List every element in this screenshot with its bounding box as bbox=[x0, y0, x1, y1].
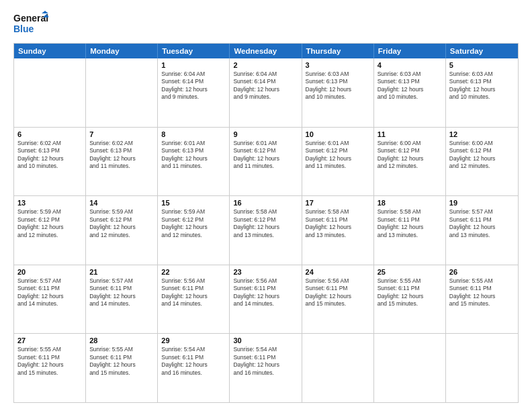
cell-line: Sunrise: 5:56 AM bbox=[233, 277, 298, 285]
cell-line: and 15 minutes. bbox=[449, 300, 515, 308]
day-cell-3: 3Sunrise: 6:03 AMSunset: 6:13 PMDaylight… bbox=[302, 58, 374, 127]
cell-line: Sunrise: 5:55 AM bbox=[89, 346, 154, 353]
cell-line: Sunrise: 6:04 AM bbox=[233, 71, 298, 78]
calendar-week-4: 20Sunrise: 5:57 AMSunset: 6:11 PMDayligh… bbox=[14, 265, 518, 334]
cell-line: and 10 minutes. bbox=[449, 93, 515, 101]
cell-line: Sunset: 6:11 PM bbox=[89, 285, 154, 292]
cell-line: and 12 minutes. bbox=[89, 232, 154, 239]
cell-line: Daylight: 12 hours bbox=[306, 224, 370, 231]
cell-line: Sunrise: 5:58 AM bbox=[306, 208, 370, 216]
day-number: 11 bbox=[378, 130, 442, 138]
day-cell-1: 1Sunrise: 6:04 AMSunset: 6:14 PMDaylight… bbox=[158, 58, 230, 127]
day-number: 27 bbox=[17, 336, 82, 345]
cell-line: Sunrise: 5:57 AM bbox=[449, 208, 515, 216]
day-number: 7 bbox=[89, 130, 154, 138]
cell-line: Sunrise: 6:01 AM bbox=[233, 140, 298, 147]
cell-line: Daylight: 12 hours bbox=[233, 224, 298, 231]
cell-line: Sunrise: 5:54 AM bbox=[233, 346, 298, 353]
cell-line: Daylight: 12 hours bbox=[161, 155, 226, 163]
cell-line: Sunset: 6:12 PM bbox=[306, 147, 370, 154]
day-cell-23: 23Sunrise: 5:56 AMSunset: 6:11 PMDayligh… bbox=[230, 265, 302, 334]
day-cell-6: 6Sunrise: 6:02 AMSunset: 6:13 PMDaylight… bbox=[14, 128, 86, 196]
day-cell-8: 8Sunrise: 6:01 AMSunset: 6:13 PMDaylight… bbox=[158, 128, 230, 196]
cell-line: Sunset: 6:13 PM bbox=[449, 78, 515, 85]
cell-line: and 13 minutes. bbox=[233, 232, 298, 239]
cell-line: and 14 minutes. bbox=[17, 300, 82, 308]
cell-line: Sunset: 6:11 PM bbox=[17, 354, 82, 361]
cell-line: and 13 minutes. bbox=[306, 232, 370, 239]
day-number: 10 bbox=[306, 130, 370, 138]
day-number: 9 bbox=[233, 130, 298, 138]
cell-line: Daylight: 12 hours bbox=[89, 361, 154, 369]
cell-line: and 14 minutes. bbox=[161, 300, 226, 308]
cell-line: and 16 minutes. bbox=[161, 369, 226, 377]
day-cell-21: 21Sunrise: 5:57 AMSunset: 6:11 PMDayligh… bbox=[86, 265, 158, 334]
day-cell-4: 4Sunrise: 6:03 AMSunset: 6:13 PMDaylight… bbox=[374, 58, 446, 127]
cell-line: Daylight: 12 hours bbox=[161, 86, 226, 93]
cell-line: Sunset: 6:11 PM bbox=[17, 285, 82, 292]
day-cell-2: 2Sunrise: 6:04 AMSunset: 6:14 PMDaylight… bbox=[230, 58, 302, 127]
cell-line: Daylight: 12 hours bbox=[378, 155, 442, 163]
day-cell-22: 22Sunrise: 5:56 AMSunset: 6:11 PMDayligh… bbox=[158, 265, 230, 334]
cell-line: and 16 minutes. bbox=[233, 369, 298, 377]
cell-line: and 15 minutes. bbox=[378, 300, 442, 308]
cell-line: Sunrise: 6:03 AM bbox=[306, 71, 370, 78]
day-cell-26: 26Sunrise: 5:55 AMSunset: 6:11 PMDayligh… bbox=[446, 265, 518, 334]
calendar-header-row: SundayMondayTuesdayWednesdayThursdayFrid… bbox=[14, 44, 518, 58]
cell-line: Sunrise: 6:00 AM bbox=[378, 140, 442, 147]
cell-line: Daylight: 12 hours bbox=[17, 361, 82, 369]
cell-line: Sunrise: 6:04 AM bbox=[161, 71, 226, 78]
calendar-week-5: 27Sunrise: 5:55 AMSunset: 6:11 PMDayligh… bbox=[14, 334, 518, 402]
day-number: 20 bbox=[17, 268, 82, 276]
day-number: 18 bbox=[378, 199, 442, 207]
calendar-week-3: 13Sunrise: 5:59 AMSunset: 6:12 PMDayligh… bbox=[14, 196, 518, 265]
cell-line: Sunrise: 5:57 AM bbox=[17, 277, 82, 285]
cell-line: Sunset: 6:11 PM bbox=[449, 285, 515, 292]
cell-line: and 14 minutes. bbox=[89, 300, 154, 308]
day-cell-13: 13Sunrise: 5:59 AMSunset: 6:12 PMDayligh… bbox=[14, 196, 86, 265]
cell-line: Sunrise: 5:55 AM bbox=[449, 277, 515, 285]
day-number: 5 bbox=[449, 61, 515, 69]
cell-line: Daylight: 12 hours bbox=[233, 361, 298, 369]
day-cell-28: 28Sunrise: 5:55 AMSunset: 6:11 PMDayligh… bbox=[86, 334, 158, 402]
day-cell-12: 12Sunrise: 6:00 AMSunset: 6:12 PMDayligh… bbox=[446, 128, 518, 196]
cell-line: Sunrise: 5:57 AM bbox=[89, 277, 154, 285]
cell-line: Sunrise: 5:55 AM bbox=[378, 277, 442, 285]
day-number: 24 bbox=[306, 268, 370, 276]
cell-line: and 13 minutes. bbox=[378, 232, 442, 239]
cell-line: Sunset: 6:11 PM bbox=[161, 354, 226, 361]
cell-line: and 10 minutes. bbox=[306, 93, 370, 101]
empty-cell bbox=[86, 58, 158, 127]
svg-text:General: General bbox=[13, 13, 48, 24]
cell-line: Sunrise: 5:59 AM bbox=[17, 208, 82, 216]
day-number: 19 bbox=[449, 199, 515, 207]
cell-line: Daylight: 12 hours bbox=[17, 293, 82, 300]
cell-line: and 12 minutes. bbox=[449, 163, 515, 170]
day-cell-14: 14Sunrise: 5:59 AMSunset: 6:12 PMDayligh… bbox=[86, 196, 158, 265]
cell-line: Daylight: 12 hours bbox=[17, 224, 82, 231]
cell-line: and 15 minutes. bbox=[17, 369, 82, 377]
calendar-body: 1Sunrise: 6:04 AMSunset: 6:14 PMDaylight… bbox=[14, 58, 518, 402]
logo-svg: GeneralBlue bbox=[13, 11, 48, 36]
empty-cell bbox=[446, 334, 518, 402]
svg-text:Blue: Blue bbox=[13, 24, 34, 34]
cell-line: and 11 minutes. bbox=[89, 163, 154, 170]
cell-line: Sunset: 6:12 PM bbox=[233, 216, 298, 224]
day-number: 21 bbox=[89, 268, 154, 276]
day-cell-29: 29Sunrise: 5:54 AMSunset: 6:11 PMDayligh… bbox=[158, 334, 230, 402]
header-day-tuesday: Tuesday bbox=[158, 44, 230, 58]
cell-line: and 14 minutes. bbox=[233, 300, 298, 308]
header-day-sunday: Sunday bbox=[14, 44, 86, 58]
cell-line: Sunset: 6:11 PM bbox=[449, 216, 515, 224]
day-number: 22 bbox=[161, 268, 226, 276]
day-number: 4 bbox=[378, 61, 442, 69]
cell-line: Sunset: 6:11 PM bbox=[378, 285, 442, 292]
day-number: 13 bbox=[17, 199, 82, 207]
cell-line: Sunrise: 6:01 AM bbox=[306, 140, 370, 147]
cell-line: and 9 minutes. bbox=[233, 93, 298, 101]
cell-line: Sunset: 6:12 PM bbox=[89, 216, 154, 224]
day-number: 23 bbox=[233, 268, 298, 276]
cell-line: Sunset: 6:12 PM bbox=[449, 147, 515, 154]
day-number: 6 bbox=[17, 130, 82, 138]
cell-line: Sunset: 6:14 PM bbox=[233, 78, 298, 85]
